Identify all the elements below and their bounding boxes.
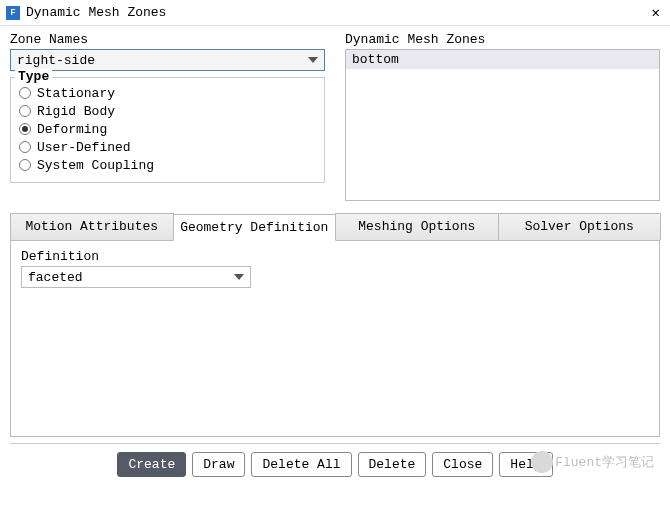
delete-button[interactable]: Delete	[358, 452, 427, 477]
type-radio-rigid-body[interactable]: Rigid Body	[19, 102, 316, 120]
tab-bar: Motion Attributes Geometry Definition Me…	[10, 213, 660, 241]
type-radio-user-defined[interactable]: User-Defined	[19, 138, 316, 156]
tab-meshing-options[interactable]: Meshing Options	[335, 213, 499, 240]
definition-value: faceted	[28, 270, 83, 285]
tab-motion-attributes[interactable]: Motion Attributes	[10, 213, 174, 240]
create-button[interactable]: Create	[117, 452, 186, 477]
type-radio-label: Rigid Body	[37, 104, 115, 119]
type-radio-label: Stationary	[37, 86, 115, 101]
title-bar: F Dynamic Mesh Zones ✕	[0, 0, 670, 26]
watermark-text: Fluent学习笔记	[555, 453, 654, 471]
definition-label: Definition	[21, 249, 649, 264]
delete-all-button[interactable]: Delete All	[251, 452, 351, 477]
draw-button[interactable]: Draw	[192, 452, 245, 477]
window-title: Dynamic Mesh Zones	[26, 5, 648, 20]
type-radio-label: Deforming	[37, 122, 107, 137]
type-radio-stationary[interactable]: Stationary	[19, 84, 316, 102]
tab-panel-geometry-definition: Definition faceted	[10, 241, 660, 437]
zone-names-combo[interactable]: right-side	[10, 49, 325, 71]
dmz-listbox[interactable]: bottom	[345, 49, 660, 201]
help-button[interactable]: Help	[499, 452, 552, 477]
dmz-list-label: Dynamic Mesh Zones	[345, 32, 660, 47]
type-radio-system-coupling[interactable]: System Coupling	[19, 156, 316, 174]
app-icon: F	[6, 6, 20, 20]
radio-icon	[19, 141, 31, 153]
radio-icon	[19, 105, 31, 117]
type-radio-label: System Coupling	[37, 158, 154, 173]
type-radio-deforming[interactable]: Deforming	[19, 120, 316, 138]
type-radio-label: User-Defined	[37, 140, 131, 155]
type-legend: Type	[15, 69, 52, 84]
tab-geometry-definition[interactable]: Geometry Definition	[173, 214, 337, 241]
definition-combo[interactable]: faceted	[21, 266, 251, 288]
close-button[interactable]: Close	[432, 452, 493, 477]
zone-names-label: Zone Names	[10, 32, 325, 47]
zone-names-value: right-side	[17, 53, 95, 68]
footer-button-row: Create Draw Delete All Delete Close Help…	[10, 443, 660, 477]
chevron-down-icon	[234, 274, 244, 280]
radio-icon	[19, 87, 31, 99]
list-item[interactable]: bottom	[346, 50, 659, 69]
chevron-down-icon	[308, 57, 318, 63]
tab-solver-options[interactable]: Solver Options	[498, 213, 662, 240]
radio-icon	[19, 159, 31, 171]
close-icon[interactable]: ✕	[648, 4, 664, 21]
type-group: Type Stationary Rigid Body Deforming Use…	[10, 77, 325, 183]
radio-icon	[19, 123, 31, 135]
